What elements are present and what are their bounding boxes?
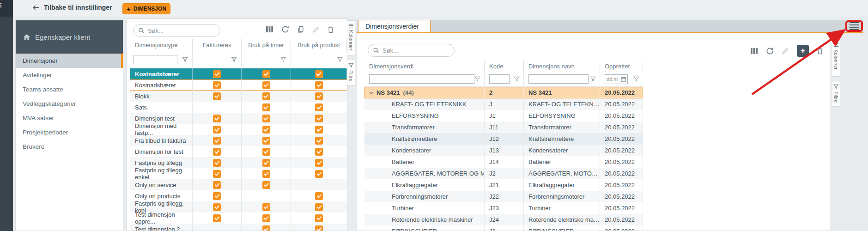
sidebar-item-mva-satser[interactable]: MVA satser: [16, 111, 123, 125]
bruk-pa-produkt-checkbox[interactable]: [315, 126, 323, 134]
dimension-type-row[interactable]: Fra tilbud til faktura: [130, 135, 347, 146]
add-dimension-button[interactable]: + DIMENSJON: [122, 3, 170, 14]
values-dock-tab-kolonner[interactable]: Kolonner: [832, 40, 840, 77]
column-header-bruk-pa-timer[interactable]: Bruk på timer: [242, 39, 291, 51]
bruk-pa-produkt-checkbox[interactable]: [315, 115, 323, 122]
bruk-pa-produkt-checkbox[interactable]: [315, 103, 323, 111]
bruk-pa-produkt-checkbox[interactable]: [315, 70, 323, 78]
faktureres-checkbox[interactable]: [213, 203, 221, 211]
delete-trash-icon[interactable]: [817, 47, 823, 55]
filter-funnel-icon[interactable]: [182, 57, 188, 62]
edit-pencil-icon[interactable]: [782, 47, 789, 55]
bruk-pa-produkt-checkbox[interactable]: [315, 170, 323, 178]
filter-funnel-icon[interactable]: [590, 76, 596, 82]
dimension-value-row[interactable]: ElkraftaggregaterJ21Elkraftaggregater20.…: [364, 179, 643, 191]
refresh-icon[interactable]: [766, 47, 774, 55]
dimensjonsverdi-filter-input[interactable]: [369, 74, 474, 84]
bruk-pa-produkt-checkbox[interactable]: [315, 81, 323, 89]
bruk-pa-produkt-checkbox[interactable]: [315, 214, 323, 222]
faktureres-checkbox[interactable]: [213, 137, 221, 145]
dimension-type-row[interactable]: Only on service: [130, 179, 347, 190]
filter-funnel-icon[interactable]: [280, 57, 286, 62]
dimension-value-row[interactable]: FØRINGSVEIERJ3FØRINGSVEIER20.05.2022: [364, 225, 643, 231]
bruk-pa-produkt-checkbox[interactable]: [315, 92, 323, 100]
column-header-opprettet[interactable]: Opprettet: [600, 61, 643, 72]
bruk-pa-timer-checkbox[interactable]: [262, 92, 270, 100]
values-dock-tab-filtre[interactable]: Filtre: [832, 81, 840, 107]
dimension-type-row[interactable]: Sats: [130, 102, 347, 113]
delete-trash-icon[interactable]: [328, 26, 334, 33]
sidebar-item-brukere[interactable]: Brukere: [16, 140, 123, 154]
bruk-pa-timer-checkbox[interactable]: [262, 148, 270, 156]
column-header-dimensjonsverdi[interactable]: Dimensjonsverdi: [364, 61, 485, 72]
filter-funnel-icon[interactable]: [514, 76, 520, 82]
dimension-type-row[interactable]: Test dimensjon 2: [130, 224, 347, 231]
hamburger-menu-icon[interactable]: [850, 22, 859, 30]
refresh-icon[interactable]: [281, 25, 289, 33]
faktureres-checkbox[interactable]: [213, 115, 221, 122]
column-header-dimensjonstype[interactable]: Dimensjonstype: [130, 39, 193, 51]
faktureres-checkbox[interactable]: [213, 70, 221, 78]
bruk-pa-timer-checkbox[interactable]: [262, 170, 270, 178]
dimension-value-row[interactable]: AGGREGATER, MOTORER OG MASKINERJ2AGGREGA…: [364, 168, 643, 179]
sidebar-item-vedleggskategorier[interactable]: Vedleggskategorier: [16, 97, 123, 111]
filter-funnel-icon[interactable]: [633, 76, 639, 82]
column-header-dimensjons-navn[interactable]: Dimensjons navn: [524, 61, 600, 72]
dimension-type-row[interactable]: Kostnadsbærer: [130, 68, 347, 79]
dimension-type-row[interactable]: Test dimensjon oppre...: [130, 213, 347, 224]
bruk-pa-timer-checkbox[interactable]: [262, 181, 270, 189]
bruk-pa-timer-checkbox[interactable]: [262, 103, 270, 111]
dimension-value-row[interactable]: TurbinerJ23Turbiner20.05.2022: [364, 202, 643, 214]
date-filter-input[interactable]: dd.m: [605, 74, 628, 84]
bruk-pa-timer-checkbox[interactable]: [262, 70, 270, 78]
filter-funnel-icon[interactable]: [474, 76, 480, 82]
bruk-pa-timer-checkbox[interactable]: [262, 214, 270, 222]
kode-filter-input[interactable]: [489, 74, 510, 84]
dimension-type-row[interactable]: Blokk: [130, 91, 347, 102]
columns-icon[interactable]: [266, 26, 273, 33]
column-header-kode[interactable]: Kode: [485, 61, 524, 72]
dimension-value-row[interactable]: KondensatorerJ13Kondensatorer20.05.2022: [364, 145, 643, 156]
columns-icon[interactable]: [750, 48, 758, 55]
dimension-value-row[interactable]: Roterende elektriske maskinerJ24Roterend…: [364, 214, 643, 225]
bruk-pa-timer-checkbox[interactable]: [262, 115, 270, 122]
bruk-pa-timer-checkbox[interactable]: [262, 203, 270, 211]
bruk-pa-produkt-checkbox[interactable]: [315, 192, 323, 200]
sidebar-item-avdelinger[interactable]: Avdelinger: [16, 68, 123, 82]
bruk-pa-timer-checkbox[interactable]: [262, 81, 270, 89]
dimension-type-row[interactable]: Dimensjon med fastp...: [130, 124, 347, 135]
faktureres-checkbox[interactable]: [213, 126, 221, 134]
column-header-faktureres[interactable]: Faktureres: [193, 39, 242, 51]
sidebar-item-teams-ansatte[interactable]: Teams ansatte: [16, 82, 123, 97]
bruk-pa-produkt-checkbox[interactable]: [315, 137, 323, 145]
dimension-type-row[interactable]: Fastpris og tillegg enkel: [130, 168, 347, 179]
types-dock-tab-kolonner[interactable]: Kolonner: [347, 20, 355, 55]
dimensjons-navn-filter-input[interactable]: [528, 74, 589, 84]
faktureres-checkbox[interactable]: [213, 92, 221, 100]
back-to-settings-link[interactable]: Tilbake til innstillinger: [32, 4, 112, 11]
copy-icon[interactable]: [297, 26, 304, 33]
types-search-input[interactable]: Søk...: [133, 24, 220, 36]
dimension-value-row[interactable]: KraftstrømrettereJ12Kraftstrømrettere20.…: [364, 133, 643, 145]
filter-funnel-icon[interactable]: [337, 57, 343, 62]
bruk-pa-timer-checkbox[interactable]: [262, 137, 270, 145]
faktureres-checkbox[interactable]: [213, 181, 221, 189]
add-value-button[interactable]: +: [797, 45, 809, 57]
dimension-value-row[interactable]: TransformatorerJ11Transformatorer20.05.2…: [364, 122, 643, 133]
edit-pencil-icon[interactable]: [312, 26, 320, 33]
values-search-input[interactable]: Søk...: [368, 44, 455, 57]
column-header-bruk-pa-produkt[interactable]: Bruk på produkt: [291, 39, 347, 51]
dimension-value-row[interactable]: BatterierJ14Batterier20.05.2022: [364, 156, 643, 168]
filter-funnel-icon[interactable]: [231, 57, 237, 62]
bruk-pa-timer-checkbox[interactable]: [262, 126, 270, 134]
bruk-pa-timer-checkbox[interactable]: [262, 225, 270, 231]
faktureres-checkbox[interactable]: [213, 81, 221, 89]
faktureres-checkbox[interactable]: [213, 159, 221, 167]
bruk-pa-produkt-checkbox[interactable]: [315, 225, 323, 231]
faktureres-checkbox[interactable]: [213, 214, 221, 222]
faktureres-checkbox[interactable]: [213, 192, 221, 200]
faktureres-checkbox[interactable]: [213, 170, 221, 178]
dimension-value-row[interactable]: ForbrenningsmotorerJ22Forbrenningsmotore…: [364, 191, 643, 202]
bruk-pa-produkt-checkbox[interactable]: [315, 203, 323, 211]
dimension-value-row[interactable]: ELFORSYSNINGJ1ELFORSYSNING20.05.2022: [364, 110, 643, 122]
